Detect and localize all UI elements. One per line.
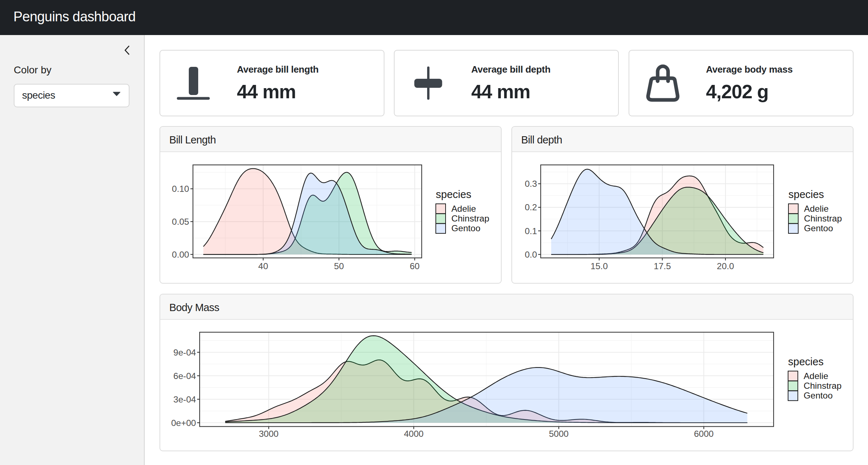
svg-text:0.00: 0.00	[172, 250, 189, 259]
svg-text:4000: 4000	[404, 429, 424, 439]
svg-text:species: species	[436, 189, 471, 200]
svg-text:50: 50	[334, 261, 344, 271]
svg-text:0.05: 0.05	[172, 217, 189, 227]
svg-text:9e-04: 9e-04	[173, 348, 196, 357]
svg-text:6e-04: 6e-04	[173, 371, 196, 381]
svg-text:Chinstrap: Chinstrap	[804, 214, 842, 223]
svg-text:15.0: 15.0	[591, 261, 608, 271]
svg-text:Adelie: Adelie	[804, 204, 829, 214]
svg-text:Gentoo: Gentoo	[804, 391, 833, 400]
svg-text:0e+00: 0e+00	[171, 418, 196, 428]
svg-text:20.0: 20.0	[717, 261, 734, 271]
svg-text:Chinstrap: Chinstrap	[804, 381, 842, 391]
svg-text:3e-04: 3e-04	[173, 395, 196, 404]
svg-text:Adelie: Adelie	[451, 204, 476, 214]
svg-text:60: 60	[410, 261, 420, 271]
svg-text:0.2: 0.2	[525, 202, 537, 212]
svg-text:species: species	[788, 189, 824, 200]
svg-text:Gentoo: Gentoo	[451, 223, 480, 233]
svg-text:species: species	[788, 356, 824, 367]
svg-text:0.0: 0.0	[525, 250, 537, 259]
svg-text:5000: 5000	[549, 429, 569, 439]
svg-text:Gentoo: Gentoo	[804, 223, 833, 233]
svg-text:0.3: 0.3	[525, 179, 537, 189]
svg-text:6000: 6000	[694, 429, 714, 439]
svg-text:Adelie: Adelie	[804, 371, 828, 381]
svg-text:17.5: 17.5	[654, 261, 671, 271]
svg-text:0.10: 0.10	[172, 184, 189, 194]
svg-text:0.1: 0.1	[525, 226, 537, 236]
svg-text:40: 40	[258, 261, 268, 271]
svg-text:Chinstrap: Chinstrap	[451, 214, 489, 223]
svg-text:3000: 3000	[259, 429, 279, 439]
